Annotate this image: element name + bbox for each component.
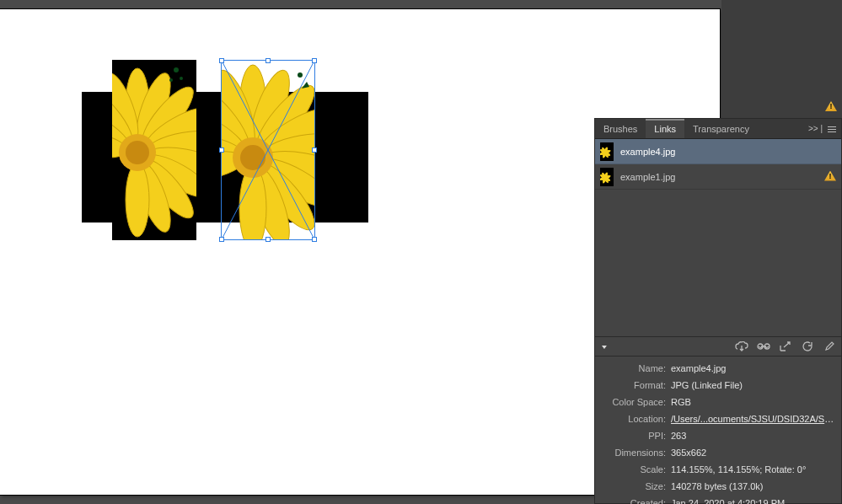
edit-original-icon[interactable] bbox=[823, 340, 836, 353]
detail-location[interactable]: /Users/...ocuments/SJSU/DSID32A/ScanDemo… bbox=[671, 412, 838, 426]
panel-collapse-button[interactable]: >> | bbox=[808, 119, 823, 139]
detail-name: example4.jpg bbox=[671, 362, 838, 375]
tab-transparency[interactable]: Transparency bbox=[684, 119, 758, 138]
update-link-icon[interactable] bbox=[801, 340, 814, 353]
toggle-details-button[interactable]: ▼ bbox=[600, 343, 609, 350]
detail-size: 140278 bytes (137.0k) bbox=[671, 480, 838, 493]
detail-ppi: 263 bbox=[671, 429, 838, 442]
placed-image-example1[interactable] bbox=[112, 60, 196, 240]
link-details: Name:example4.jpg Format:JPG (Linked Fil… bbox=[595, 357, 841, 504]
detail-dimensions: 365x662 bbox=[671, 446, 838, 459]
relink-cc-icon[interactable] bbox=[735, 340, 748, 353]
svg-point-11 bbox=[126, 163, 149, 237]
detail-label: Format: bbox=[598, 378, 671, 392]
svg-point-38 bbox=[298, 72, 303, 78]
link-thumbnail bbox=[600, 168, 614, 186]
link-row-example1[interactable]: example1.jpg bbox=[595, 164, 841, 190]
svg-point-18 bbox=[174, 67, 179, 72]
detail-colorspace: RGB bbox=[671, 395, 838, 409]
link-name: example1.jpg bbox=[620, 172, 818, 182]
goto-link-icon[interactable] bbox=[779, 340, 792, 353]
tab-links[interactable]: Links bbox=[646, 119, 684, 138]
detail-created: Jan 24, 2020 at 4:20:19 PM bbox=[671, 496, 838, 504]
link-row-example4[interactable]: example4.jpg bbox=[595, 139, 841, 164]
detail-scale: 114.155%, 114.155%; Rotate: 0° bbox=[671, 463, 838, 476]
link-thumbnail bbox=[600, 142, 614, 161]
detail-label: Size: bbox=[598, 480, 671, 493]
svg-point-37 bbox=[240, 145, 265, 170]
warning-icon bbox=[825, 99, 837, 115]
detail-label: Location: bbox=[598, 412, 671, 426]
panel-menu-button[interactable] bbox=[826, 119, 838, 139]
placed-image-example4[interactable] bbox=[221, 60, 315, 240]
detail-label: Created: bbox=[598, 496, 671, 504]
relink-icon[interactable] bbox=[757, 340, 770, 353]
svg-point-20 bbox=[169, 78, 173, 82]
links-panel: Brushes Links Transparency >> | example4… bbox=[594, 118, 842, 504]
warning-icon bbox=[824, 171, 836, 183]
svg-point-19 bbox=[180, 77, 183, 80]
panel-tabs: Brushes Links Transparency >> | bbox=[595, 119, 841, 139]
detail-format: JPG (Linked File) bbox=[671, 378, 838, 392]
links-toolbar: ▼ bbox=[595, 336, 841, 357]
detail-label: Dimensions: bbox=[598, 446, 671, 459]
svg-point-17 bbox=[126, 141, 149, 164]
detail-label: Name: bbox=[598, 362, 671, 375]
detail-label: PPI: bbox=[598, 429, 671, 442]
tab-brushes[interactable]: Brushes bbox=[595, 119, 646, 138]
right-dock-background bbox=[721, 0, 842, 118]
link-name: example4.jpg bbox=[620, 147, 836, 157]
detail-label: Color Space: bbox=[598, 395, 671, 409]
links-list: example4.jpg example1.jpg bbox=[595, 139, 841, 336]
detail-label: Scale: bbox=[598, 463, 671, 476]
